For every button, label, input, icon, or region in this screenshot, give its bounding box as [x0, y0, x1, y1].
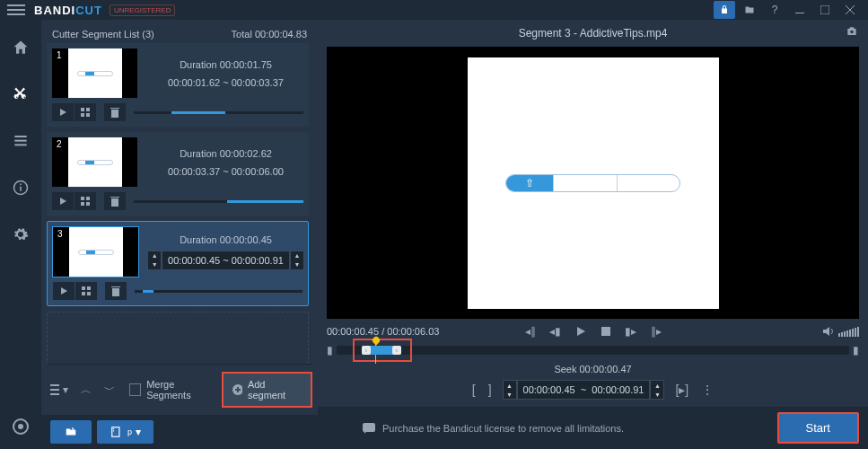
segment-progress[interactable]: [135, 290, 302, 293]
seek-start-spinner[interactable]: ▲▼: [503, 380, 517, 400]
svg-rect-18: [111, 198, 118, 207]
tracks-icon[interactable]: [9, 129, 32, 153]
list-menu-icon[interactable]: ▾: [47, 380, 72, 400]
svg-rect-21: [87, 286, 91, 290]
set-out-point[interactable]: ]: [487, 383, 494, 397]
preview-title: Segment 3 - AddictiveTips.mp4: [519, 27, 668, 40]
delete-icon[interactable]: [104, 103, 126, 121]
end-time-spinner[interactable]: ▲▼: [290, 251, 304, 270]
end-time[interactable]: 00:00:00.91: [232, 255, 284, 266]
step-back-icon[interactable]: ◂▮: [546, 322, 566, 340]
segment-list-total: Total 00:00:04.83: [232, 29, 307, 40]
svg-rect-1: [820, 5, 829, 14]
unregistered-badge: UNREGISTERED: [110, 4, 176, 16]
svg-rect-6: [20, 187, 22, 191]
add-segment-button[interactable]: Add segment: [222, 372, 312, 408]
timeline-selection[interactable]: › ‹: [362, 342, 401, 358]
svg-rect-35: [363, 423, 375, 432]
svg-rect-2: [14, 136, 26, 137]
move-down-icon[interactable]: ﹀: [101, 379, 118, 401]
segment-duration: Duration 00:00:01.75: [180, 59, 272, 70]
hamburger-menu[interactable]: [7, 2, 25, 18]
svg-rect-27: [50, 389, 59, 391]
start-time-spinner[interactable]: ▲▼: [147, 251, 162, 270]
play-icon[interactable]: [571, 322, 591, 340]
segment-item[interactable]: 2 Duration 00:00:02.62 00:00:03.37 ~ 00:…: [47, 132, 309, 216]
video-preview[interactable]: ⇧: [327, 47, 859, 319]
timeline-end-icon[interactable]: ▮: [853, 344, 859, 357]
home-icon[interactable]: [9, 36, 32, 59]
stop-icon[interactable]: [596, 322, 616, 340]
maximize-button[interactable]: [814, 1, 836, 19]
svg-rect-7: [20, 184, 22, 186]
svg-rect-22: [82, 292, 85, 295]
volume-slider[interactable]: [838, 327, 859, 337]
volume-icon[interactable]: [822, 326, 835, 337]
svg-rect-13: [110, 108, 119, 109]
svg-rect-32: [113, 430, 114, 431]
grid-icon[interactable]: [75, 282, 97, 300]
help-button[interactable]: ?: [764, 1, 785, 19]
start-button[interactable]: Start: [777, 412, 859, 444]
segment-thumbnail[interactable]: 2: [52, 137, 137, 187]
seek-end-spinner[interactable]: ▲▼: [650, 380, 664, 400]
svg-rect-0: [795, 13, 804, 13]
segment-range: 00:00:03.37 ~ 00:00:06.00: [168, 166, 284, 177]
segment-list-title: Cutter Segment List (3): [52, 29, 154, 40]
svg-rect-31: [113, 428, 114, 429]
timeline[interactable]: › ‹: [337, 346, 849, 355]
minimize-button[interactable]: [789, 1, 811, 19]
seek-menu-icon[interactable]: ⋮: [699, 383, 715, 397]
seek-end-time[interactable]: 00:00:00.91: [592, 384, 644, 395]
segment-progress[interactable]: [134, 200, 303, 203]
seek-start-time[interactable]: 00:00:00.45: [523, 384, 575, 395]
screenshot-icon[interactable]: [845, 25, 859, 38]
segment-duration: Duration 00:00:00.45: [180, 234, 272, 245]
delete-icon[interactable]: [105, 282, 127, 300]
purchase-notice: Purchase the Bandicut license to remove …: [363, 423, 624, 434]
segment-item[interactable]: 1 Duration 00:00:01.75 00:00:01.62 ~ 00:…: [47, 43, 309, 127]
step-forward-icon[interactable]: ▮▸: [621, 322, 641, 340]
svg-rect-4: [14, 144, 26, 145]
svg-rect-34: [601, 327, 610, 336]
play-icon[interactable]: [52, 192, 74, 210]
svg-rect-9: [86, 108, 90, 111]
play-icon[interactable]: [53, 282, 75, 300]
selection-start-handle[interactable]: ›: [362, 346, 371, 355]
svg-rect-12: [111, 110, 118, 118]
cut-icon[interactable]: [9, 83, 32, 106]
move-up-icon[interactable]: ︿: [77, 379, 95, 401]
svg-rect-16: [81, 202, 84, 206]
svg-rect-11: [86, 113, 90, 117]
folder-button[interactable]: [739, 1, 760, 19]
seek-label: Seek 00:00:00.47: [554, 364, 631, 374]
settings-icon[interactable]: [9, 223, 32, 246]
merge-segments-checkbox[interactable]: Merge Segments: [129, 379, 216, 401]
svg-rect-10: [81, 113, 84, 117]
set-in-point[interactable]: [: [470, 383, 478, 397]
close-button[interactable]: [839, 1, 861, 19]
prev-segment-icon[interactable]: ◂∥: [521, 322, 540, 340]
open-file-button[interactable]: [50, 420, 92, 444]
project-button[interactable]: p ▾: [97, 420, 153, 444]
selection-end-handle[interactable]: ‹: [392, 346, 401, 355]
lock-button[interactable]: [714, 1, 735, 19]
segment-range: 00:00:01.62 ~ 00:00:03.37: [168, 77, 284, 88]
svg-rect-28: [50, 393, 59, 395]
timeline-start-icon[interactable]: ▮: [327, 344, 333, 357]
app-logo: BANDICUT: [34, 4, 102, 17]
play-icon[interactable]: [52, 103, 74, 121]
segment-item-selected[interactable]: 3 Duration 00:00:00.45 ▲▼ 00:00:00.45 ~ …: [47, 221, 309, 306]
delete-icon[interactable]: [104, 192, 126, 210]
info-icon[interactable]: [9, 176, 32, 199]
segment-thumbnail[interactable]: 3: [53, 227, 138, 277]
next-segment-icon[interactable]: ∥▸: [646, 322, 666, 340]
svg-rect-19: [110, 197, 119, 198]
segment-progress[interactable]: [134, 111, 303, 114]
segment-thumbnail[interactable]: 1: [52, 48, 137, 98]
start-time[interactable]: 00:00:00.45: [168, 255, 220, 266]
play-range-icon[interactable]: [▸]: [673, 383, 690, 397]
grid-icon[interactable]: [75, 103, 96, 121]
grid-icon[interactable]: [75, 192, 96, 210]
record-icon[interactable]: [13, 418, 29, 435]
